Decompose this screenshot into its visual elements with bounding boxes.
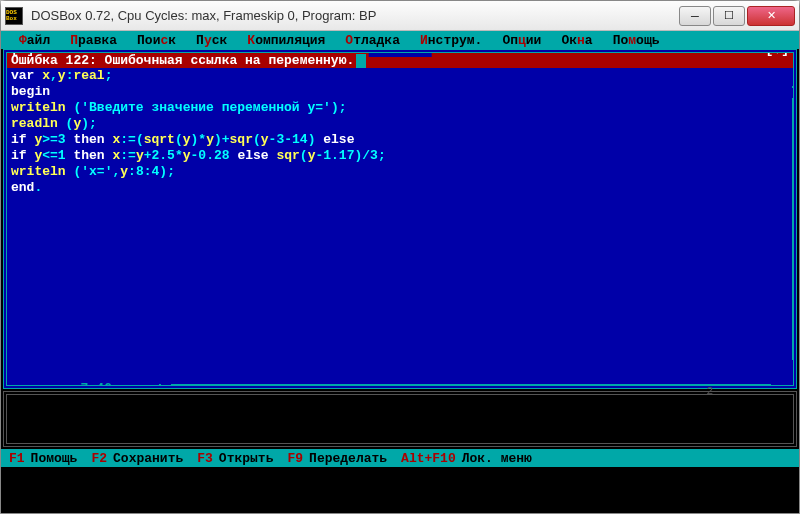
scroll-right-icon[interactable]: ►	[771, 382, 783, 390]
menu-window[interactable]: Окна	[551, 33, 602, 48]
scroll-track-v[interactable]	[792, 86, 797, 360]
code-line[interactable]: if y<=1 then x:=y+2.5*y-0.28 else sqr(y-…	[11, 148, 789, 164]
menu-file[interactable]: ФФайлайл	[9, 33, 60, 48]
code-line[interactable]: begin	[11, 84, 789, 100]
menu-run[interactable]: Пуск	[186, 33, 237, 48]
code-line[interactable]: end.	[11, 180, 789, 196]
titlebar[interactable]: DOS Box DOSBox 0.72, Cpu Cycles: max, Fr…	[1, 1, 799, 31]
menu-search[interactable]: Поиск	[127, 33, 186, 48]
scrollbar-horizontal[interactable]: ◄ ►	[147, 382, 783, 389]
scroll-left-icon[interactable]: ◄	[147, 382, 159, 390]
code-editor[interactable]: var x,y:real; begin writeln ('Введите зн…	[7, 68, 793, 196]
code-line[interactable]: writeln ('Введите значение переменной y=…	[11, 100, 789, 116]
editor-filename: PR3.PAS	[369, 49, 432, 57]
scroll-track[interactable]	[159, 384, 771, 389]
sb-local-menu[interactable]: Alt+F10Лок. меню	[401, 451, 532, 466]
editor-window[interactable]: [■] PR3.PAS 1=[↑] Ошибка 122: Ошибочныая…	[3, 49, 797, 389]
menu-options[interactable]: Опции	[492, 33, 551, 48]
maximize-button[interactable]: ☐	[713, 6, 745, 26]
code-line[interactable]: var x,y:real;	[11, 68, 789, 84]
output-window-num: 2	[706, 385, 713, 397]
menubar[interactable]: ФФайлайл Правка Поиск Пуск Компиляция От…	[1, 31, 799, 49]
scroll-thumb-v[interactable]	[792, 88, 797, 98]
scroll-up-icon[interactable]: ▲	[792, 71, 797, 86]
dosbox-icon: DOS Box	[5, 7, 23, 25]
menu-tools[interactable]: Инструм.	[410, 33, 492, 48]
code-line[interactable]: readln (y);	[11, 116, 789, 132]
scroll-thumb[interactable]	[161, 384, 171, 389]
dos-screen: ФФайлайл Правка Поиск Пуск Компиляция От…	[1, 31, 799, 513]
scrollbar-vertical[interactable]: ▲ ▼	[792, 71, 797, 375]
code-line[interactable]: writeln ('x=',y:8:4);	[11, 164, 789, 180]
output-window[interactable]: 2	[3, 391, 797, 447]
menu-help[interactable]: Помощь	[603, 33, 670, 48]
sb-open[interactable]: F3Открыть	[197, 451, 273, 466]
scroll-down-icon[interactable]: ▼	[792, 360, 797, 375]
error-cursor-icon	[356, 54, 366, 68]
sb-save[interactable]: F2Сохранить	[91, 451, 183, 466]
sb-help[interactable]: F1Помощь	[9, 451, 77, 466]
menu-debug[interactable]: Отладка	[335, 33, 410, 48]
menu-compile[interactable]: Компиляция	[237, 33, 335, 48]
window-controls: ─ ☐ ✕	[677, 6, 795, 26]
editor-close-icon[interactable]: [■]	[11, 49, 34, 57]
close-button[interactable]: ✕	[747, 6, 795, 26]
window-title: DOSBox 0.72, Cpu Cycles: max, Frameskip …	[31, 8, 677, 23]
editor-window-num[interactable]: 1=[↑]	[750, 49, 789, 57]
statusbar: F1Помощь F2Сохранить F3Открыть F9Передел…	[1, 449, 799, 467]
menu-edit[interactable]: Правка	[60, 33, 127, 48]
app-window: DOS Box DOSBox 0.72, Cpu Cycles: max, Fr…	[0, 0, 800, 514]
code-line[interactable]: if y>=3 then x:=(sqrt(y)*y)+sqr(y-3-14) …	[11, 132, 789, 148]
sb-make[interactable]: F9Переделать	[287, 451, 387, 466]
cursor-position: ═ 7:46 ══	[57, 381, 143, 389]
minimize-button[interactable]: ─	[679, 6, 711, 26]
